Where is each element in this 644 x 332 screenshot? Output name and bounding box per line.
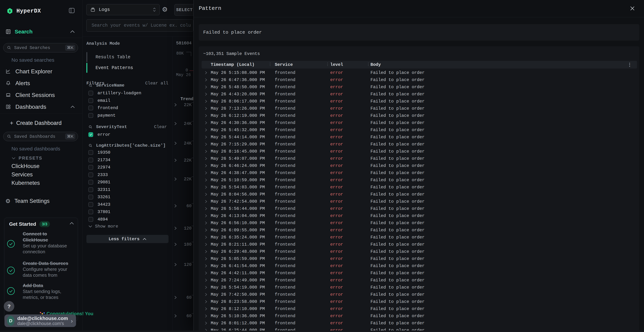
sidebar-item-client-sessions[interactable]: Client Sessions — [0, 89, 82, 101]
filter-option-label[interactable]: 19350 — [98, 150, 110, 155]
source-settings-gear-icon[interactable]: ⚙ — [162, 6, 168, 13]
row-expand-chevron-icon[interactable] — [205, 307, 211, 310]
saved-searches-input[interactable]: Saved Searches ⌘K — [3, 43, 78, 52]
user-menu[interactable]: D dale@clickhouse.com dale@clickhouse.co… — [4, 314, 76, 327]
sidebar-item-chart-explorer[interactable]: Chart Explorer — [0, 66, 82, 77]
filter-option-label[interactable]: 22974 — [98, 165, 110, 170]
checkbox[interactable] — [88, 91, 93, 96]
filter-option-label[interactable]: 29081 — [98, 180, 110, 184]
checkbox[interactable] — [88, 165, 93, 170]
row-expand-chevron-icon[interactable] — [205, 171, 211, 174]
pattern-row-sliver[interactable]: 22K — [172, 176, 194, 182]
pattern-row-sliver[interactable]: 22K — [172, 102, 194, 108]
expand-chevron-icon[interactable] — [174, 103, 177, 106]
sidebar-collapse-icon[interactable] — [69, 8, 75, 13]
sample-event-row[interactable]: May 26 6:35:24.000 PMfrontenderrorFailed… — [202, 234, 637, 241]
row-expand-chevron-icon[interactable] — [205, 200, 211, 203]
row-expand-chevron-icon[interactable] — [205, 257, 211, 260]
clear-all-link[interactable]: Clear all — [145, 81, 168, 86]
sample-event-row[interactable]: May 26 7:13:26.000 PMfrontenderrorFailed… — [202, 105, 637, 112]
chevron-up-icon[interactable] — [70, 106, 75, 108]
filter-option-label[interactable]: email — [98, 98, 110, 103]
sidebar-item-dashboards[interactable]: Dashboards — [0, 101, 82, 113]
sample-event-row[interactable]: May 26 8:23:58.000 PMfrontenderrorFailed… — [202, 298, 637, 305]
sample-event-row[interactable]: May 26 8:01:12.000 PMfrontenderrorFailed… — [202, 320, 637, 327]
expand-chevron-icon[interactable] — [174, 204, 177, 208]
row-expand-chevron-icon[interactable] — [205, 85, 211, 89]
filter-option-label[interactable]: payment — [98, 113, 116, 118]
expand-chevron-icon[interactable] — [174, 314, 177, 318]
row-expand-chevron-icon[interactable] — [205, 121, 211, 124]
filter-option-label[interactable]: error — [98, 132, 110, 137]
sample-event-row[interactable]: May 26 8:12:10.000 PMfrontenderrorFailed… — [202, 305, 637, 312]
clear-link[interactable]: Clear — [154, 124, 167, 129]
presets-toggle[interactable]: PRESETS — [12, 156, 42, 161]
sample-event-row[interactable]: May 26 5:49:07.000 PMfrontenderrorFailed… — [202, 155, 637, 162]
search-icon[interactable] — [88, 84, 92, 88]
sample-event-row[interactable]: May 26 5:10:59.000 PMfrontenderrorFailed… — [202, 176, 637, 184]
sample-event-row[interactable]: May 26 4:13:04.000 PMfrontenderrorFailed… — [202, 212, 637, 219]
expand-chevron-icon[interactable] — [174, 242, 177, 246]
sample-event-row[interactable]: May 26 5:15:08.000 PMfrontenderrorFailed… — [202, 69, 637, 76]
sample-event-row[interactable]: May 26 4:38:47.000 PMfrontenderrorFailed… — [202, 169, 637, 176]
pattern-row-sliver[interactable]: 24K — [172, 140, 194, 146]
expand-chevron-icon[interactable] — [174, 263, 177, 266]
filter-option-label[interactable]: 34423 — [98, 202, 110, 207]
sample-event-row[interactable]: May 26 5:10:36.000 PMfrontenderrorFailed… — [202, 312, 637, 320]
checkbox[interactable] — [88, 180, 93, 184]
row-expand-chevron-icon[interactable] — [205, 157, 211, 160]
column-header-timestamp[interactable]: Timestamp (Local) — [211, 62, 275, 67]
sample-event-row[interactable]: May 26 6:09:55.000 PMfrontenderrorFailed… — [202, 226, 637, 234]
row-expand-chevron-icon[interactable] — [205, 128, 211, 132]
checkbox[interactable] — [88, 106, 93, 110]
row-expand-chevron-icon[interactable] — [205, 250, 211, 253]
filter-option-label[interactable]: artillery-loadgen — [98, 91, 141, 96]
row-expand-chevron-icon[interactable] — [205, 207, 211, 210]
sample-event-row[interactable]: May 26 4:30:36.000 PMfrontenderrorFailed… — [202, 119, 637, 126]
pattern-row-sliver[interactable]: 60 — [172, 203, 194, 209]
row-expand-chevron-icon[interactable] — [205, 264, 211, 268]
create-dashboard-button[interactable]: + Create Dashboard — [10, 120, 62, 126]
checkbox[interactable] — [88, 210, 93, 214]
checkbox[interactable] — [88, 194, 93, 200]
checkbox[interactable] — [88, 217, 93, 222]
sidebar-item-alerts[interactable]: Alerts — [0, 77, 82, 89]
sidebar-item-preset-services[interactable]: Services — [12, 170, 80, 179]
sample-event-row[interactable]: May 26 5:54:03.000 PMfrontenderrorFailed… — [202, 184, 637, 191]
checkbox[interactable] — [88, 150, 93, 155]
row-expand-chevron-icon[interactable] — [205, 300, 211, 304]
sample-event-row[interactable]: May 26 7:42:50.000 PMfrontenderrorFailed… — [202, 291, 637, 298]
column-resize-handle[interactable]: ⋮ — [326, 62, 330, 67]
sample-event-row[interactable]: May 26 7:15:29.000 PMfrontenderrorFailed… — [202, 140, 637, 148]
sample-event-row[interactable]: May 26 7:42:54.000 PMfrontenderrorFailed… — [202, 198, 637, 205]
sample-event-row[interactable]: May 26 4:42:11.000 PMfrontenderrorFailed… — [202, 270, 637, 276]
mode-results-table[interactable]: Results Table — [86, 52, 130, 62]
sample-event-row[interactable]: May 26 6:29:48.000 PMfrontenderrorFailed… — [202, 248, 637, 255]
checkbox-checked[interactable] — [88, 132, 93, 137]
row-expand-chevron-icon[interactable] — [205, 136, 211, 139]
row-expand-chevron-icon[interactable] — [205, 271, 211, 275]
checkbox[interactable] — [88, 202, 93, 207]
row-expand-chevron-icon[interactable] — [205, 286, 211, 289]
checkbox[interactable] — [88, 187, 93, 192]
filter-option-label[interactable]: 21734 — [98, 158, 110, 162]
row-expand-chevron-icon[interactable] — [205, 92, 211, 96]
sample-event-row[interactable]: May 26 8:04:56.000 PMfrontenderrorFailed… — [202, 191, 637, 198]
checkbox[interactable] — [88, 172, 93, 177]
sample-event-row[interactable]: May 26 6:12:19.000 PMfrontenderrorFailed… — [202, 112, 637, 119]
pattern-row-sliver[interactable]: 120 — [172, 262, 194, 268]
search-icon[interactable] — [88, 144, 92, 148]
pattern-row-sliver[interactable]: 120 — [172, 226, 194, 231]
row-expand-chevron-icon[interactable] — [205, 193, 211, 196]
saved-dashboards-input[interactable]: Saved Dashboards ⌘K — [3, 132, 78, 141]
sample-event-row[interactable]: May 26 6:47:36.000 PMfrontenderrorFailed… — [202, 76, 637, 83]
chevron-up-icon[interactable] — [70, 222, 74, 224]
sample-event-row[interactable]: May 26 5:45:32.000 PMfrontenderrorFailed… — [202, 126, 637, 134]
row-expand-chevron-icon[interactable] — [205, 322, 211, 325]
sidebar-item-preset-kubernetes[interactable]: Kubernetes — [12, 179, 80, 187]
sample-event-row[interactable]: May 26 8:21:11.000 PMfrontenderrorFailed… — [202, 241, 637, 248]
sample-event-row[interactable]: May 26 8:06:17.000 PMfrontenderrorFailed… — [202, 98, 637, 105]
row-expand-chevron-icon[interactable] — [205, 178, 211, 182]
sidebar-item-search[interactable]: Search — [6, 28, 32, 35]
row-expand-chevron-icon[interactable] — [205, 278, 211, 282]
